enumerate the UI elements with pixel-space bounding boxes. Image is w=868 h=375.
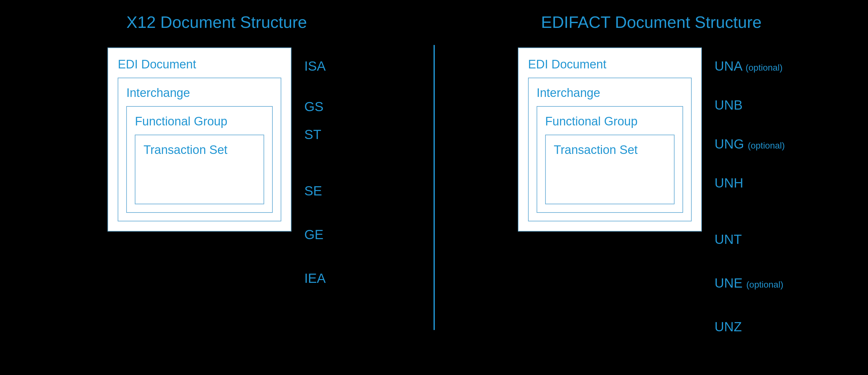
edifact-transaction-set-box: Transaction Set [545,135,675,204]
x12-interchange-label: Interchange [126,86,273,100]
edifact-une-label: UNE (optional) [714,274,785,292]
edifact-edi-document-box: EDI Document Interchange Functional Grou… [518,47,702,232]
x12-ge-label: GE [304,226,326,244]
x12-transaction-set-label: Transaction Set [143,143,256,157]
edifact-section: EDIFACT Document Structure EDI Document … [435,0,868,375]
x12-iea-label: IEA [304,269,326,287]
x12-transaction-set-box: Transaction Set [135,135,264,204]
x12-st-label: ST [304,126,326,144]
x12-section: X12 Document Structure EDI Document Inte… [0,0,434,375]
edifact-ung-label: UNG (optional) [714,135,785,153]
edifact-diagram-wrapper: EDI Document Interchange Functional Grou… [518,47,785,336]
main-container: X12 Document Structure EDI Document Inte… [0,0,868,375]
edifact-interchange-box: Interchange Functional Group Transaction… [528,78,692,221]
x12-interchange-box: Interchange Functional Group Transaction… [118,78,281,221]
edifact-una-label: UNA (optional) [714,57,785,75]
x12-functional-group-label: Functional Group [135,115,264,128]
edifact-title: EDIFACT Document Structure [541,13,762,32]
edifact-unb-label: UNB [714,96,785,114]
x12-functional-group-box: Functional Group Transaction Set [126,106,273,213]
edifact-functional-group-box: Functional Group Transaction Set [536,106,683,213]
edifact-transaction-set-label: Transaction Set [554,143,666,157]
edifact-segment-labels: UNA (optional) UNB UNG (optional) UNH UN… [714,47,785,336]
x12-isa-label: ISA [304,57,326,75]
edifact-edi-document-label: EDI Document [528,58,692,71]
edifact-functional-group-label: Functional Group [545,115,675,128]
edifact-interchange-label: Interchange [536,86,683,100]
edifact-unt-label: UNT [714,230,785,249]
x12-se-label: SE [304,182,326,200]
x12-edi-document-label: EDI Document [118,58,281,71]
x12-edi-document-box: EDI Document Interchange Functional Grou… [107,47,291,232]
edifact-unh-label: UNH [714,174,785,192]
x12-diagram-wrapper: EDI Document Interchange Functional Grou… [107,47,326,287]
x12-segment-labels: ISA GS ST SE GE IEA [304,47,326,287]
x12-title: X12 Document Structure [127,13,307,32]
edifact-unz-label: UNZ [714,318,785,336]
x12-gs-label: GS [304,98,326,116]
